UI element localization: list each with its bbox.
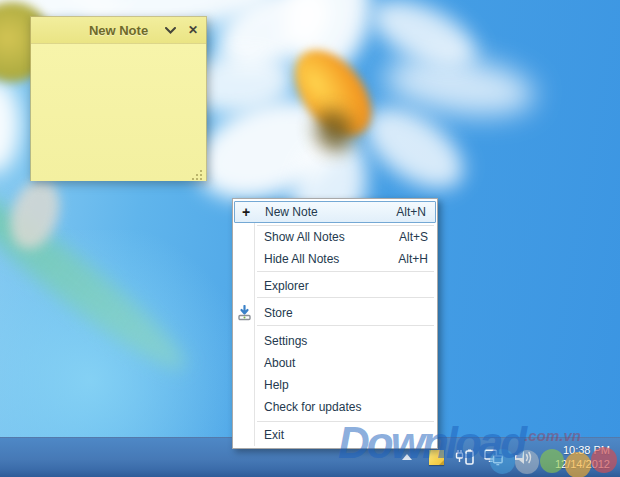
resize-grip-icon[interactable] — [192, 166, 203, 177]
menu-item-label: New Note — [265, 205, 318, 219]
sticky-note-titlebar[interactable]: New Note ✕ — [31, 17, 206, 44]
menu-separator — [257, 271, 434, 272]
menu-item-store[interactable]: Store — [233, 302, 437, 324]
menu-item-label: Help — [264, 378, 289, 392]
install-arrow-icon — [237, 305, 252, 324]
menu-item-hide-all-notes[interactable]: Hide All Notes Alt+H — [233, 248, 437, 270]
network-icon[interactable] — [484, 445, 504, 469]
flower-petal — [0, 78, 20, 173]
menu-item-about[interactable]: About — [233, 352, 437, 374]
menu-item-show-all-notes[interactable]: Show All Notes Alt+S — [233, 226, 437, 248]
close-icon[interactable]: ✕ — [186, 23, 200, 37]
menu-item-label: About — [264, 356, 295, 370]
taskbar-clock[interactable]: 10:38 PM 12/14/2012 — [546, 443, 610, 471]
desktop-wallpaper: New Note ✕ + New Note Alt+N Show Al — [0, 0, 620, 477]
menu-item-new-note[interactable]: + New Note Alt+N — [234, 201, 436, 223]
menu-item-settings[interactable]: Settings — [233, 330, 437, 352]
plus-icon: + — [242, 204, 250, 220]
menu-item-check-for-updates[interactable]: Check for updates — [233, 396, 437, 418]
menu-item-help[interactable]: Help — [233, 374, 437, 396]
menu-item-label: Hide All Notes — [264, 252, 339, 266]
menu-item-label: Store — [264, 306, 293, 320]
context-menu: + New Note Alt+N Show All Notes Alt+S Hi… — [232, 198, 438, 449]
menu-item-label: Show All Notes — [264, 230, 345, 244]
menu-separator — [257, 421, 434, 422]
menu-item-explorer[interactable]: Explorer — [233, 275, 437, 297]
clock-date: 12/14/2012 — [555, 458, 610, 470]
sticky-note-window: New Note ✕ — [30, 16, 207, 181]
menu-separator — [257, 325, 434, 326]
menu-item-exit[interactable]: Exit — [233, 424, 437, 446]
menu-item-label: Explorer — [264, 279, 309, 293]
volume-icon[interactable] — [513, 445, 533, 469]
menu-shortcut: Alt+N — [396, 205, 426, 219]
menu-shortcut: Alt+S — [399, 230, 428, 244]
menu-item-label: Exit — [264, 428, 284, 442]
sticky-note-body[interactable] — [31, 44, 206, 181]
sticky-note-title: New Note — [89, 23, 148, 38]
menu-shortcut: Alt+H — [398, 252, 428, 266]
menu-item-label: Settings — [264, 334, 307, 348]
menu-separator — [257, 297, 434, 298]
menu-item-label: Check for updates — [264, 400, 361, 414]
power-battery-icon[interactable] — [455, 445, 475, 469]
clock-time: 10:38 PM — [563, 444, 610, 456]
chevron-down-icon[interactable] — [163, 23, 177, 37]
